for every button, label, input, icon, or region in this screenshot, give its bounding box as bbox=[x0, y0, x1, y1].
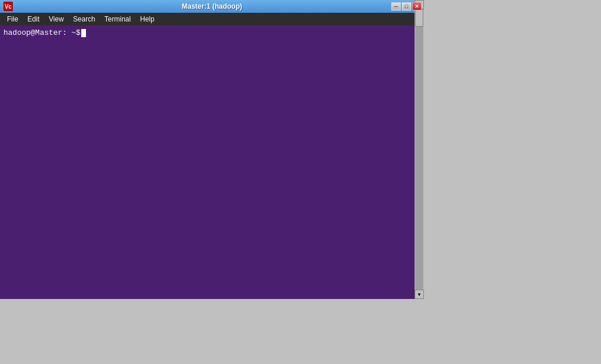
menu-view[interactable]: View bbox=[44, 14, 69, 24]
title-bar-left: Vc bbox=[3, 2, 13, 11]
title-bar: Vc Master:1 (hadoop) ─ □ ✕ bbox=[0, 0, 424, 13]
terminal-area[interactable]: hadoop@Master: ~$ bbox=[0, 26, 424, 299]
close-button[interactable]: ✕ bbox=[412, 2, 422, 10]
title-bar-buttons: ─ □ ✕ bbox=[391, 2, 422, 10]
scrollbar: ▲ ▼ bbox=[415, 0, 424, 299]
app-icon: Vc bbox=[3, 2, 13, 11]
menu-file[interactable]: File bbox=[2, 14, 23, 24]
scrollbar-thumb[interactable] bbox=[415, 9, 423, 27]
terminal-cursor bbox=[81, 29, 86, 37]
menu-help[interactable]: Help bbox=[135, 14, 159, 24]
menu-bar: File Edit View Search Terminal Help bbox=[0, 13, 424, 26]
terminal-prompt: hadoop@Master: ~$ bbox=[3, 28, 81, 38]
window-title: Master:1 (hadoop) bbox=[182, 2, 242, 10]
menu-edit[interactable]: Edit bbox=[23, 14, 44, 24]
terminal-prompt-line: hadoop@Master: ~$ bbox=[3, 28, 420, 38]
restore-button[interactable]: □ bbox=[402, 2, 411, 10]
menu-search[interactable]: Search bbox=[69, 14, 100, 24]
minimize-button[interactable]: ─ bbox=[391, 2, 401, 10]
scrollbar-down-arrow[interactable]: ▼ bbox=[415, 290, 424, 299]
terminal-window: Vc Master:1 (hadoop) ─ □ ✕ File Edit Vie… bbox=[0, 0, 424, 299]
scrollbar-track[interactable] bbox=[415, 9, 423, 290]
menu-terminal[interactable]: Terminal bbox=[100, 14, 135, 24]
